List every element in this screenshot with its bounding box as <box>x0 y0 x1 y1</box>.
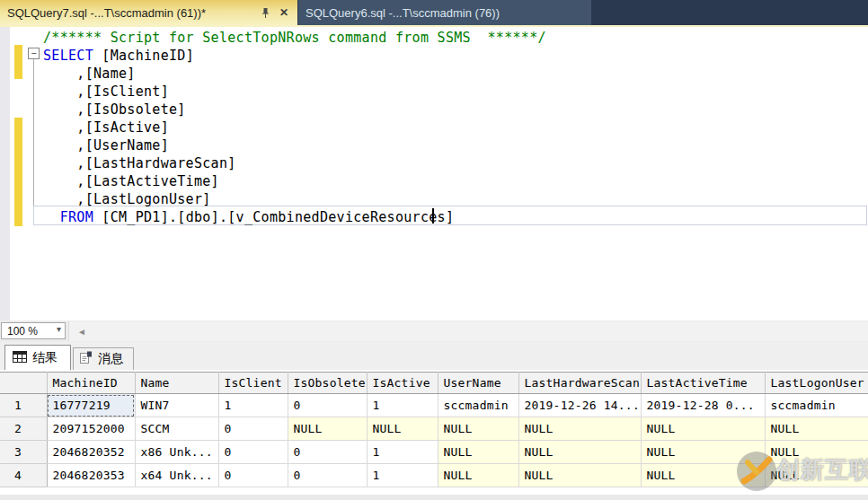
grid-cell[interactable]: 0 <box>288 464 367 487</box>
grid-cell[interactable]: 2019-12-26 14... <box>518 394 641 417</box>
grid-cell[interactable]: 1 <box>367 394 438 417</box>
code-line: ,[Name] <box>43 65 546 83</box>
result-tabstrip: 结果 消息 <box>0 342 868 370</box>
grid-cell[interactable]: NULL <box>641 464 765 487</box>
fold-region-line <box>33 59 34 225</box>
code-line: ,[LastActiveTime] <box>43 172 546 190</box>
grid-cell[interactable]: 1 <box>367 464 438 487</box>
code-line: SELECT [MachineID] <box>43 47 546 65</box>
grid-bottom-scroll-area[interactable] <box>0 495 868 500</box>
code-line: ,[LastHardwareScan] <box>43 154 546 172</box>
select-all-corner[interactable] <box>0 373 47 394</box>
grid-cell[interactable]: 0 <box>218 417 288 441</box>
grid-cell[interactable]: 1 <box>218 394 288 417</box>
chevron-down-icon: ▾ <box>57 324 61 334</box>
close-icon[interactable]: ✕ <box>276 7 292 18</box>
grid-cell[interactable]: NULL <box>288 417 367 441</box>
grid-cell[interactable]: 0 <box>288 394 367 417</box>
column-header[interactable]: UserName <box>438 373 518 394</box>
messages-doc-icon <box>79 351 93 367</box>
grid-cell[interactable]: NULL <box>518 464 641 487</box>
tab-sqlquery6[interactable]: SQLQuery6.sql -...T\sccmadmin (76)) <box>298 0 591 25</box>
column-header[interactable]: LastActiveTime <box>641 373 765 394</box>
grid-cell[interactable]: NULL <box>765 464 868 487</box>
code-line: /****** Script for SelectTopNRows comman… <box>43 29 546 47</box>
table-row: 22097152000SCCM0NULLNULLNULLNULLNULLNULL <box>0 417 868 441</box>
row-header[interactable]: 2 <box>0 417 47 441</box>
pin-icon[interactable] <box>261 7 270 19</box>
code-line: ,[LastLogonUser] <box>43 190 546 208</box>
grid-cell[interactable]: NULL <box>765 417 868 441</box>
grid-cell[interactable]: NULL <box>367 417 438 441</box>
grid-cell[interactable]: 2097152000 <box>47 417 135 441</box>
grid-cell[interactable]: 0 <box>218 441 288 464</box>
column-header[interactable]: LastLogonUser <box>765 373 868 394</box>
column-header[interactable]: IsClient <box>218 373 288 394</box>
sql-editor[interactable]: − /****** Script for SelectTopNRows comm… <box>0 27 868 320</box>
grid-cell[interactable]: SCCM <box>135 417 218 441</box>
grid-cell[interactable]: 0 <box>218 464 288 487</box>
grid-cell[interactable]: NULL <box>641 417 765 441</box>
tab-sqlquery7[interactable]: SQLQuery7.sql -...T\sccmadmin (61))* ✕ <box>0 0 297 25</box>
code-line: ,[IsActive] <box>43 118 546 136</box>
tab-title: SQLQuery6.sql -...T\sccmadmin (76)) <box>306 6 500 20</box>
grid-cell[interactable]: sccmadmin <box>765 394 868 417</box>
code-line: ,[UserName] <box>43 136 546 154</box>
code-line: FROM [CM_PD1].[dbo].[v_CombinedDeviceRes… <box>43 208 546 226</box>
grid-cell[interactable]: WIN7 <box>135 394 218 417</box>
grid-cell[interactable]: 16777219 <box>47 394 135 417</box>
row-header[interactable]: 4 <box>0 464 47 487</box>
scroll-left-icon[interactable]: ◄ <box>69 327 86 337</box>
results-grid-icon <box>13 351 27 365</box>
grid-header-row: MachineIDNameIsClientIsObsoleteIsActiveU… <box>0 373 868 394</box>
grid-cell[interactable]: NULL <box>438 417 518 441</box>
grid-cell[interactable]: x86 Unk... <box>135 441 218 464</box>
grid-cell[interactable]: NULL <box>438 441 518 464</box>
change-tracking-bar <box>14 118 22 226</box>
grid-cell[interactable]: NULL <box>518 441 641 464</box>
row-header[interactable]: 3 <box>0 441 47 464</box>
tab-messages[interactable]: 消息 <box>73 347 134 370</box>
column-header[interactable]: LastHardwareScan <box>518 373 641 394</box>
row-header[interactable]: 1 <box>0 394 47 417</box>
grid-cell[interactable]: 0 <box>288 441 367 464</box>
text-cursor <box>432 208 434 224</box>
column-header[interactable]: IsActive <box>367 373 438 394</box>
grid-cell[interactable]: x64 Unk... <box>135 464 218 487</box>
column-header[interactable]: Name <box>135 373 218 394</box>
results-tab-label: 结果 <box>32 350 58 366</box>
table-row: 116777219WIN7101sccmadmin2019-12-26 14..… <box>0 394 868 417</box>
column-header[interactable]: IsObsolete <box>288 373 367 394</box>
grid-cell[interactable]: 2046820352 <box>47 441 135 464</box>
code-line: ,[IsObsolete] <box>43 101 546 118</box>
table-row: 32046820352x86 Unk...001NULLNULLNULLNULL <box>0 441 868 464</box>
results-grid: MachineIDNameIsClientIsObsoleteIsActiveU… <box>0 370 868 500</box>
grid-cell[interactable]: NULL <box>518 417 641 441</box>
grid-cell[interactable]: 2019-12-28 0... <box>641 394 765 417</box>
ssms-window: SQLQuery7.sql -...T\sccmadmin (61))* ✕ S… <box>0 0 868 500</box>
document-tabstrip: SQLQuery7.sql -...T\sccmadmin (61))* ✕ S… <box>0 0 868 25</box>
column-header[interactable]: MachineID <box>47 373 135 394</box>
editor-selection-margin <box>0 27 10 320</box>
grid-cell[interactable]: NULL <box>438 464 518 487</box>
tab-results[interactable]: 结果 <box>4 345 71 370</box>
code-line: ,[IsClient] <box>43 83 546 101</box>
table-row: 42046820353x64 Unk...001NULLNULLNULLNULL <box>0 464 868 487</box>
sql-code: /****** Script for SelectTopNRows comman… <box>43 29 546 226</box>
grid-cell[interactable]: NULL <box>765 441 868 464</box>
editor-horizontal-scrollbar[interactable]: ◄ <box>68 321 868 341</box>
grid-cell[interactable]: 2046820353 <box>47 464 135 487</box>
tab-title: SQLQuery7.sql -...T\sccmadmin (61))* <box>7 6 257 20</box>
editor-status-row: 100 % ▾ ◄ <box>0 320 868 342</box>
zoom-level-select[interactable]: 100 % ▾ <box>1 322 66 339</box>
messages-tab-label: 消息 <box>98 351 123 367</box>
change-tracking-bar <box>14 45 22 79</box>
grid-cell[interactable]: NULL <box>641 441 765 464</box>
collapse-region-toggle[interactable]: − <box>28 48 40 59</box>
grid-cell[interactable]: sccmadmin <box>438 394 518 417</box>
zoom-level-value: 100 % <box>7 325 38 338</box>
grid-cell[interactable]: 1 <box>367 441 438 464</box>
